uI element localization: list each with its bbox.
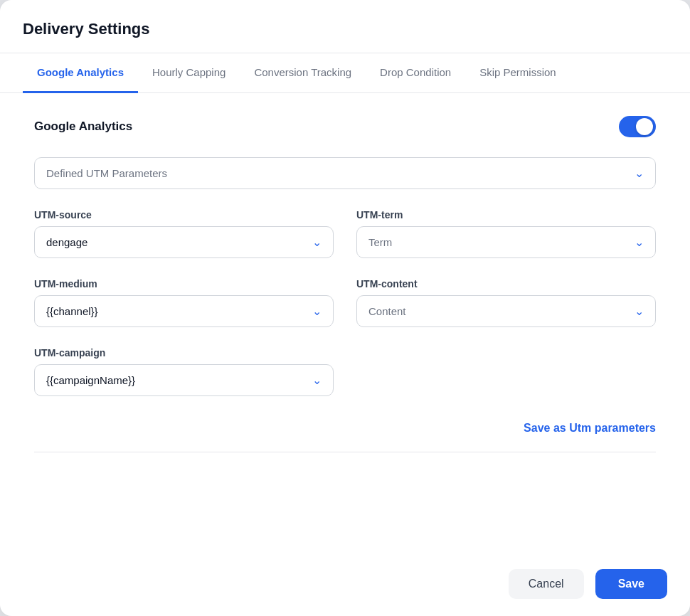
utm-fields-grid: UTM-source dengage ⌄ UTM-term Term ⌄ UTM… xyxy=(34,209,656,399)
section-header: Google Analytics xyxy=(34,116,656,137)
utm-campaign-value: {{campaignName}} xyxy=(46,374,135,386)
utm-campaign-dropdown[interactable]: {{campaignName}} ⌄ xyxy=(34,364,334,396)
cancel-button[interactable]: Cancel xyxy=(509,569,584,599)
defined-utm-placeholder: Defined UTM Parameters xyxy=(46,167,167,179)
utm-content-group: UTM-content Content ⌄ xyxy=(356,278,656,330)
utm-source-group: UTM-source dengage ⌄ xyxy=(34,209,334,261)
save-button[interactable]: Save xyxy=(595,569,667,599)
utm-content-label: UTM-content xyxy=(356,278,656,290)
save-utm-row: Save as Utm parameters xyxy=(34,422,656,452)
tab-google-analytics[interactable]: Google Analytics xyxy=(23,53,138,93)
chevron-down-icon: ⌄ xyxy=(635,304,644,318)
chevron-down-icon: ⌄ xyxy=(312,304,322,318)
tab-hourly-capping[interactable]: Hourly Capping xyxy=(138,53,240,93)
utm-content-dropdown[interactable]: Content ⌄ xyxy=(356,295,656,327)
delivery-settings-modal: Delivery Settings Google Analytics Hourl… xyxy=(0,0,690,616)
defined-utm-dropdown[interactable]: Defined UTM Parameters ⌄ xyxy=(34,157,656,189)
utm-campaign-label: UTM-campaign xyxy=(34,347,334,359)
tab-drop-condition[interactable]: Drop Condition xyxy=(366,53,465,93)
google-analytics-toggle[interactable] xyxy=(619,116,656,137)
tabs-bar: Google Analytics Hourly Capping Conversi… xyxy=(0,53,690,93)
save-utm-button[interactable]: Save as Utm parameters xyxy=(524,422,656,435)
tab-conversion-tracking[interactable]: Conversion Tracking xyxy=(240,53,366,93)
modal-body: Google Analytics Defined UTM Parameters … xyxy=(0,93,690,552)
utm-term-placeholder: Term xyxy=(368,236,392,248)
tab-skip-permission[interactable]: Skip Permission xyxy=(465,53,570,93)
modal-header: Delivery Settings xyxy=(0,0,690,53)
chevron-down-icon: ⌄ xyxy=(635,235,644,249)
chevron-down-icon: ⌄ xyxy=(635,166,644,180)
utm-term-dropdown[interactable]: Term ⌄ xyxy=(356,226,656,258)
utm-medium-dropdown[interactable]: {{channel}} ⌄ xyxy=(34,295,334,327)
utm-source-dropdown[interactable]: dengage ⌄ xyxy=(34,226,334,258)
utm-content-placeholder: Content xyxy=(368,305,406,317)
utm-campaign-group: UTM-campaign {{campaignName}} ⌄ xyxy=(34,347,334,399)
section-label: Google Analytics xyxy=(34,120,132,134)
chevron-down-icon: ⌄ xyxy=(312,373,322,387)
chevron-down-icon: ⌄ xyxy=(312,235,322,249)
utm-medium-label: UTM-medium xyxy=(34,278,334,290)
modal-title: Delivery Settings xyxy=(23,20,667,38)
utm-term-label: UTM-term xyxy=(356,209,656,221)
utm-term-group: UTM-term Term ⌄ xyxy=(356,209,656,261)
modal-footer: Cancel Save xyxy=(0,552,690,616)
utm-source-value: dengage xyxy=(46,236,87,248)
utm-medium-value: {{channel}} xyxy=(46,305,98,317)
utm-medium-group: UTM-medium {{channel}} ⌄ xyxy=(34,278,334,330)
utm-source-label: UTM-source xyxy=(34,209,334,221)
